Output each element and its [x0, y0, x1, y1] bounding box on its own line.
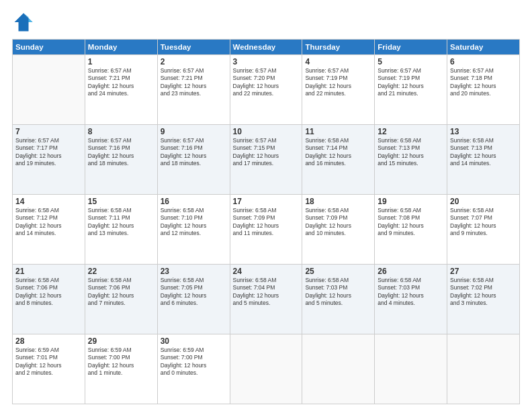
- day-number: 22: [88, 267, 154, 276]
- calendar-day-cell: 3Sunrise: 6:57 AM Sunset: 7:20 PM Daylig…: [230, 55, 302, 125]
- calendar-table: SundayMondayTuesdayWednesdayThursdayFrid…: [12, 39, 520, 404]
- day-number: 24: [233, 267, 300, 276]
- header: [12, 12, 520, 32]
- calendar-day-cell: 8Sunrise: 6:57 AM Sunset: 7:16 PM Daylig…: [85, 125, 157, 195]
- day-info: Sunrise: 6:58 AM Sunset: 7:03 PM Dayligh…: [378, 277, 444, 308]
- page: SundayMondayTuesdayWednesdayThursdayFrid…: [0, 0, 532, 411]
- day-info: Sunrise: 6:57 AM Sunset: 7:21 PM Dayligh…: [161, 67, 227, 98]
- weekday-header-thursday: Thursday: [302, 40, 375, 55]
- day-info: Sunrise: 6:58 AM Sunset: 7:02 PM Dayligh…: [450, 277, 517, 308]
- calendar-day-cell: 21Sunrise: 6:58 AM Sunset: 7:06 PM Dayli…: [13, 265, 85, 334]
- day-number: 4: [305, 57, 371, 66]
- day-info: Sunrise: 6:57 AM Sunset: 7:16 PM Dayligh…: [88, 137, 154, 168]
- day-info: Sunrise: 6:57 AM Sunset: 7:19 PM Dayligh…: [305, 67, 371, 98]
- calendar-week-row: 14Sunrise: 6:58 AM Sunset: 7:12 PM Dayli…: [13, 195, 520, 265]
- weekday-header-row: SundayMondayTuesdayWednesdayThursdayFrid…: [13, 40, 520, 55]
- day-number: 18: [305, 197, 371, 206]
- day-number: 23: [161, 267, 227, 276]
- calendar-day-cell: [230, 334, 302, 404]
- calendar-day-cell: 10Sunrise: 6:57 AM Sunset: 7:15 PM Dayli…: [230, 125, 302, 195]
- calendar-day-cell: 30Sunrise: 6:59 AM Sunset: 7:00 PM Dayli…: [157, 334, 230, 404]
- day-number: 9: [161, 127, 227, 136]
- calendar-day-cell: 16Sunrise: 6:58 AM Sunset: 7:10 PM Dayli…: [157, 195, 230, 265]
- day-info: Sunrise: 6:59 AM Sunset: 7:00 PM Dayligh…: [161, 347, 227, 377]
- calendar-day-cell: 11Sunrise: 6:58 AM Sunset: 7:14 PM Dayli…: [302, 125, 375, 195]
- day-info: Sunrise: 6:57 AM Sunset: 7:19 PM Dayligh…: [378, 67, 444, 98]
- day-info: Sunrise: 6:58 AM Sunset: 7:09 PM Dayligh…: [233, 207, 300, 238]
- day-number: 28: [15, 336, 82, 346]
- calendar-week-row: 1Sunrise: 6:57 AM Sunset: 7:21 PM Daylig…: [13, 55, 520, 125]
- day-number: 10: [233, 127, 300, 136]
- day-number: 26: [378, 267, 444, 276]
- calendar-day-cell: 28Sunrise: 6:59 AM Sunset: 7:01 PM Dayli…: [13, 334, 85, 404]
- calendar-body: 1Sunrise: 6:57 AM Sunset: 7:21 PM Daylig…: [13, 55, 520, 404]
- day-number: 5: [378, 57, 444, 66]
- calendar-day-cell: 14Sunrise: 6:58 AM Sunset: 7:12 PM Dayli…: [13, 195, 85, 265]
- day-info: Sunrise: 6:58 AM Sunset: 7:04 PM Dayligh…: [233, 277, 300, 308]
- day-number: 16: [161, 197, 227, 206]
- calendar-day-cell: 19Sunrise: 6:58 AM Sunset: 7:08 PM Dayli…: [375, 195, 447, 265]
- day-info: Sunrise: 6:58 AM Sunset: 7:06 PM Dayligh…: [88, 277, 154, 308]
- day-info: Sunrise: 6:58 AM Sunset: 7:03 PM Dayligh…: [305, 277, 371, 308]
- day-info: Sunrise: 6:58 AM Sunset: 7:05 PM Dayligh…: [161, 277, 227, 308]
- day-info: Sunrise: 6:57 AM Sunset: 7:15 PM Dayligh…: [233, 137, 300, 168]
- day-info: Sunrise: 6:58 AM Sunset: 7:14 PM Dayligh…: [305, 137, 371, 168]
- calendar-day-cell: 26Sunrise: 6:58 AM Sunset: 7:03 PM Dayli…: [375, 265, 447, 334]
- day-number: 13: [450, 127, 517, 136]
- day-number: 7: [15, 127, 82, 136]
- logo: [12, 12, 34, 32]
- day-info: Sunrise: 6:58 AM Sunset: 7:13 PM Dayligh…: [450, 137, 517, 168]
- calendar-day-cell: 23Sunrise: 6:58 AM Sunset: 7:05 PM Dayli…: [157, 265, 230, 334]
- calendar-day-cell: 1Sunrise: 6:57 AM Sunset: 7:21 PM Daylig…: [85, 55, 157, 125]
- calendar-week-row: 21Sunrise: 6:58 AM Sunset: 7:06 PM Dayli…: [13, 265, 520, 334]
- day-info: Sunrise: 6:58 AM Sunset: 7:13 PM Dayligh…: [378, 137, 444, 168]
- calendar-day-cell: [375, 334, 447, 404]
- calendar-day-cell: 18Sunrise: 6:58 AM Sunset: 7:09 PM Dayli…: [302, 195, 375, 265]
- calendar-day-cell: 9Sunrise: 6:57 AM Sunset: 7:16 PM Daylig…: [157, 125, 230, 195]
- day-number: 29: [88, 336, 154, 346]
- day-info: Sunrise: 6:59 AM Sunset: 7:00 PM Dayligh…: [88, 347, 154, 377]
- day-number: 19: [378, 197, 444, 206]
- calendar-day-cell: 22Sunrise: 6:58 AM Sunset: 7:06 PM Dayli…: [85, 265, 157, 334]
- day-info: Sunrise: 6:59 AM Sunset: 7:01 PM Dayligh…: [15, 347, 82, 377]
- weekday-header-friday: Friday: [375, 40, 447, 55]
- calendar-day-cell: 2Sunrise: 6:57 AM Sunset: 7:21 PM Daylig…: [157, 55, 230, 125]
- calendar-day-cell: [13, 55, 85, 125]
- day-number: 2: [161, 57, 227, 66]
- calendar-day-cell: 29Sunrise: 6:59 AM Sunset: 7:00 PM Dayli…: [85, 334, 157, 404]
- calendar-week-row: 7Sunrise: 6:57 AM Sunset: 7:17 PM Daylig…: [13, 125, 520, 195]
- calendar-day-cell: [447, 334, 520, 404]
- weekday-header-wednesday: Wednesday: [230, 40, 302, 55]
- weekday-header-monday: Monday: [85, 40, 157, 55]
- calendar-day-cell: 13Sunrise: 6:58 AM Sunset: 7:13 PM Dayli…: [447, 125, 520, 195]
- day-number: 8: [88, 127, 154, 136]
- day-number: 12: [378, 127, 444, 136]
- calendar-day-cell: 24Sunrise: 6:58 AM Sunset: 7:04 PM Dayli…: [230, 265, 302, 334]
- day-info: Sunrise: 6:58 AM Sunset: 7:11 PM Dayligh…: [88, 207, 154, 238]
- day-number: 3: [233, 57, 300, 66]
- day-number: 30: [161, 336, 227, 346]
- day-number: 21: [15, 267, 82, 276]
- calendar-week-row: 28Sunrise: 6:59 AM Sunset: 7:01 PM Dayli…: [13, 334, 520, 404]
- calendar-day-cell: 15Sunrise: 6:58 AM Sunset: 7:11 PM Dayli…: [85, 195, 157, 265]
- calendar-day-cell: 12Sunrise: 6:58 AM Sunset: 7:13 PM Dayli…: [375, 125, 447, 195]
- day-number: 11: [305, 127, 371, 136]
- day-number: 1: [88, 57, 154, 66]
- day-info: Sunrise: 6:58 AM Sunset: 7:09 PM Dayligh…: [305, 207, 371, 238]
- weekday-header-tuesday: Tuesday: [157, 40, 230, 55]
- weekday-header-sunday: Sunday: [13, 40, 85, 55]
- day-info: Sunrise: 6:58 AM Sunset: 7:07 PM Dayligh…: [450, 207, 517, 238]
- calendar-day-cell: 4Sunrise: 6:57 AM Sunset: 7:19 PM Daylig…: [302, 55, 375, 125]
- calendar-day-cell: 7Sunrise: 6:57 AM Sunset: 7:17 PM Daylig…: [13, 125, 85, 195]
- day-number: 20: [450, 197, 517, 206]
- calendar-day-cell: 25Sunrise: 6:58 AM Sunset: 7:03 PM Dayli…: [302, 265, 375, 334]
- calendar-day-cell: 5Sunrise: 6:57 AM Sunset: 7:19 PM Daylig…: [375, 55, 447, 125]
- day-info: Sunrise: 6:58 AM Sunset: 7:08 PM Dayligh…: [378, 207, 444, 238]
- day-number: 27: [450, 267, 517, 276]
- calendar-day-cell: [302, 334, 375, 404]
- day-number: 6: [450, 57, 517, 66]
- calendar-day-cell: 20Sunrise: 6:58 AM Sunset: 7:07 PM Dayli…: [447, 195, 520, 265]
- day-info: Sunrise: 6:58 AM Sunset: 7:06 PM Dayligh…: [15, 277, 82, 308]
- day-info: Sunrise: 6:57 AM Sunset: 7:17 PM Dayligh…: [15, 137, 82, 168]
- calendar-day-cell: 17Sunrise: 6:58 AM Sunset: 7:09 PM Dayli…: [230, 195, 302, 265]
